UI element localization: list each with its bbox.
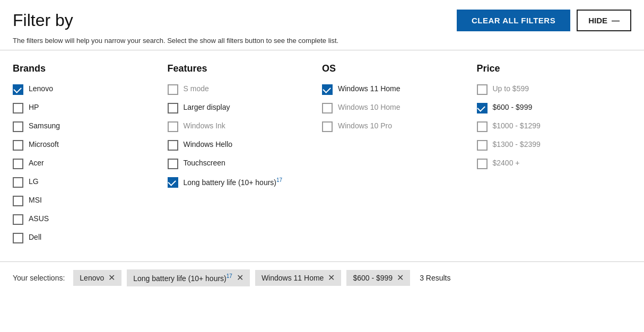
feature-larger-display-label: Larger display (184, 102, 230, 113)
price-column: Price Up to $599 $600 - $999 $1000 - $12… (477, 63, 632, 251)
price-600-999-checkbox[interactable] (477, 103, 488, 113)
list-item[interactable]: MSI (13, 195, 168, 206)
os-win10home-checkbox[interactable] (322, 103, 333, 113)
list-item[interactable]: Larger display (168, 102, 323, 113)
brand-hp-label: HP (29, 102, 39, 113)
brand-microsoft-checkbox[interactable] (13, 140, 23, 151)
list-item[interactable]: Dell (13, 232, 168, 243)
brand-samsung-checkbox[interactable] (13, 121, 23, 132)
selection-tag-lenovo-remove[interactable]: ✕ (108, 274, 115, 282)
brand-hp-checkbox[interactable] (13, 103, 23, 113)
list-item[interactable]: S mode (168, 84, 323, 95)
list-item[interactable]: Microsoft (13, 139, 168, 151)
os-column: OS Windows 11 Home Windows 10 Home Windo… (322, 63, 477, 251)
selection-tag-price-remove[interactable]: ✕ (397, 274, 404, 282)
brand-lenovo-label: Lenovo (29, 84, 53, 94)
brand-lenovo-checkbox[interactable] (13, 84, 23, 95)
os-win10pro-checkbox[interactable] (322, 121, 333, 132)
selection-tag-battery-text: Long battery life (10+ hours)17 (133, 273, 232, 283)
price-1000-1299-checkbox[interactable] (477, 121, 488, 132)
selections-bar: Your selections: Lenovo ✕ Long battery l… (0, 262, 644, 294)
list-item[interactable]: HP (13, 102, 168, 113)
selection-tag-win11home-remove[interactable]: ✕ (328, 274, 335, 282)
os-win11home-checkbox[interactable] (322, 84, 333, 95)
price-2400plus-checkbox[interactable] (477, 159, 488, 169)
feature-windows-ink-label: Windows Ink (184, 121, 225, 132)
selection-tag-win11home-text: Windows 11 Home (262, 274, 324, 282)
list-item[interactable]: Windows 10 Pro (322, 121, 477, 132)
clear-all-filters-button[interactable]: CLEAR ALL FILTERS (457, 10, 570, 31)
brands-column: Brands Lenovo HP Samsung Microsoft Acer … (13, 63, 168, 251)
brand-lg-label: LG (29, 177, 39, 187)
list-item[interactable]: Windows Hello (168, 139, 323, 151)
list-item[interactable]: Windows 11 Home (322, 84, 477, 95)
features-title: Features (168, 63, 323, 74)
list-item[interactable]: Acer (13, 158, 168, 169)
features-column: Features S mode Larger display Windows I… (168, 63, 323, 251)
brand-msi-label: MSI (29, 195, 42, 206)
list-item[interactable]: $1300 - $2399 (477, 139, 632, 151)
feature-windows-hello-checkbox[interactable] (168, 140, 178, 151)
list-item[interactable]: LG (13, 177, 168, 188)
list-item[interactable]: $600 - $999 (477, 102, 632, 113)
os-win11home-label: Windows 11 Home (338, 84, 401, 94)
selection-tag-battery-remove[interactable]: ✕ (237, 274, 243, 282)
price-600-999-label: $600 - $999 (493, 102, 533, 113)
list-item[interactable]: Windows Ink (168, 121, 323, 132)
list-item[interactable]: Lenovo (13, 84, 168, 95)
brand-asus-checkbox[interactable] (13, 214, 23, 225)
list-item[interactable]: $2400 + (477, 158, 632, 169)
brand-samsung-label: Samsung (29, 121, 60, 132)
results-count: 3 Results (420, 274, 450, 282)
price-1300-2399-checkbox[interactable] (477, 140, 488, 151)
feature-long-battery-label: Long battery life (10+ hours)17 (184, 177, 283, 188)
price-1000-1299-label: $1000 - $1299 (493, 121, 541, 132)
os-win10home-label: Windows 10 Home (338, 102, 401, 113)
price-under599-label: Up to $599 (493, 84, 529, 94)
price-2400plus-label: $2400 + (493, 158, 520, 169)
selection-tag-lenovo[interactable]: Lenovo ✕ (73, 270, 121, 286)
brand-microsoft-label: Microsoft (29, 139, 59, 150)
brand-lg-checkbox[interactable] (13, 177, 23, 188)
header-actions: CLEAR ALL FILTERS HIDE — (457, 10, 631, 31)
selection-tag-win11home[interactable]: Windows 11 Home ✕ (255, 270, 342, 286)
filter-body: Brands Lenovo HP Samsung Microsoft Acer … (0, 50, 644, 261)
long-battery-superscript: 17 (276, 177, 282, 183)
battery-tag-superscript: 17 (227, 273, 232, 279)
feature-touchscreen-label: Touchscreen (184, 158, 225, 169)
selections-label: Your selections: (13, 274, 65, 282)
page-title: Filter by (13, 11, 73, 30)
feature-smode-label: S mode (184, 84, 209, 94)
list-item[interactable]: Long battery life (10+ hours)17 (168, 177, 323, 188)
brand-msi-checkbox[interactable] (13, 196, 23, 206)
feature-windows-ink-checkbox[interactable] (168, 121, 178, 132)
brand-dell-label: Dell (29, 232, 41, 243)
os-title: OS (322, 63, 477, 74)
list-item[interactable]: Samsung (13, 121, 168, 132)
price-title: Price (477, 63, 632, 74)
list-item[interactable]: ASUS (13, 214, 168, 225)
selection-tag-price[interactable]: $600 - $999 ✕ (346, 270, 410, 286)
feature-windows-hello-label: Windows Hello (184, 139, 233, 150)
list-item[interactable]: Up to $599 (477, 84, 632, 95)
filter-subtitle: The filters below will help you narrow y… (0, 37, 644, 50)
brand-dell-checkbox[interactable] (13, 233, 23, 243)
selection-tag-battery[interactable]: Long battery life (10+ hours)17 ✕ (127, 269, 250, 286)
price-1300-2399-label: $1300 - $2399 (493, 139, 541, 150)
brand-asus-label: ASUS (29, 214, 49, 224)
hide-button[interactable]: HIDE — (577, 10, 631, 31)
list-item[interactable]: $1000 - $1299 (477, 121, 632, 132)
feature-larger-display-checkbox[interactable] (168, 103, 178, 113)
list-item[interactable]: Windows 10 Home (322, 102, 477, 113)
feature-smode-checkbox[interactable] (168, 84, 178, 95)
brand-acer-checkbox[interactable] (13, 159, 23, 169)
minus-icon: — (612, 16, 620, 25)
selection-tag-lenovo-text: Lenovo (80, 274, 104, 282)
os-win10pro-label: Windows 10 Pro (338, 121, 392, 132)
price-under599-checkbox[interactable] (477, 84, 488, 95)
list-item[interactable]: Touchscreen (168, 158, 323, 169)
brands-title: Brands (13, 63, 168, 74)
brand-acer-label: Acer (29, 158, 44, 169)
feature-long-battery-checkbox[interactable] (168, 177, 178, 188)
feature-touchscreen-checkbox[interactable] (168, 159, 178, 169)
